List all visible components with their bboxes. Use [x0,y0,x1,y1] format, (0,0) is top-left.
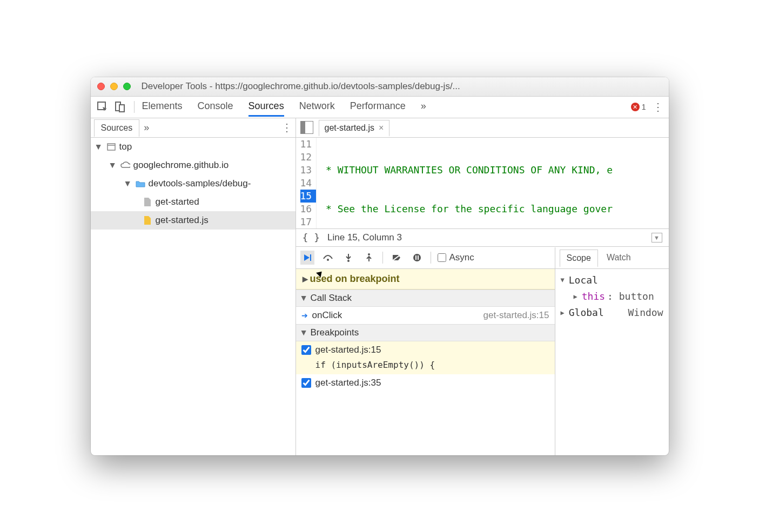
callstack-frame[interactable]: ➔ onClick get-started.js:15 [296,307,555,324]
error-count: 1 [642,103,646,111]
pretty-print-icon[interactable]: { } [303,232,320,243]
svg-point-7 [347,260,350,262]
tree-file-html[interactable]: get-started [91,193,295,211]
debugger-split: Async ▶ used on breakpoint ▶ Call Stack … [296,247,669,455]
scope-value: : button [607,288,654,305]
document-icon [143,197,152,207]
breakpoint-checkbox[interactable] [301,378,311,388]
tab-console[interactable]: Console [198,97,233,117]
line-number[interactable]: 16 [300,203,312,216]
breakpoint-row[interactable]: get-started.js:35 [296,374,555,392]
editor-statusbar: { } Line 15, Column 3 ▼ [296,228,669,247]
async-checkbox[interactable]: Async [438,252,474,263]
tree-label: top [119,142,132,152]
line-number[interactable]: 11 [300,138,312,151]
expand-icon: ▶ [109,163,116,167]
tab-watch[interactable]: Watch [600,250,637,266]
deactivate-breakpoints-button[interactable] [389,251,404,265]
breakpoint-snippet: if (inputsAreEmpty()) { [296,359,555,374]
line-number-current[interactable]: 15 [300,190,317,203]
main-splitview: Sources » ⋮ ▶ top ▶ googlechrome.github.… [91,118,669,455]
svg-point-10 [413,254,421,261]
statusbar-dropdown[interactable]: ▼ [651,233,662,243]
scope-value: Window [628,305,663,321]
line-number[interactable]: 17 [300,216,312,228]
breakpoint-label: get-started.js:35 [315,378,381,388]
tree-folder[interactable]: ▶ devtools-samples/debug- [91,174,295,193]
navigator-pane: Sources » ⋮ ▶ top ▶ googlechrome.github.… [91,118,296,455]
tab-elements[interactable]: Elements [142,97,183,117]
toggle-navigator-icon[interactable] [300,121,313,134]
breakpoint-row[interactable]: get-started.js:15 [296,341,555,359]
script-icon [143,216,152,225]
source-text[interactable]: * WITHOUT WARRANTIES OR CONDITIONS OF AN… [317,138,668,228]
scope-pane: Scope Watch ▶ Local ▶ this: button [555,247,669,455]
frame-function: onClick [312,310,342,321]
error-badge[interactable]: ✕ 1 [631,103,646,111]
scope-tabs: Scope Watch [555,247,669,269]
svg-rect-2 [119,105,124,112]
tree-label: get-started [156,197,199,207]
step-into-button[interactable] [341,251,355,265]
expand-icon: ▶ [554,278,570,282]
scope-this[interactable]: ▶ this: button [561,288,663,305]
navigator-more-tabs[interactable]: » [144,122,149,133]
svg-rect-5 [310,254,311,261]
tree-top-frame[interactable]: ▶ top [91,138,295,156]
svg-rect-11 [415,255,417,260]
debugger-toolbar: Async [296,247,555,269]
folder-icon [136,179,145,188]
traffic-lights [97,83,131,90]
line-number[interactable]: 13 [300,164,312,177]
tab-sources[interactable]: Sources [248,97,284,117]
tree-domain[interactable]: ▶ googlechrome.github.io [91,156,295,174]
inspect-element-icon[interactable] [96,100,109,113]
breakpoint-label: get-started.js:15 [315,345,381,355]
scope-local[interactable]: ▶ Local [561,272,663,288]
paused-banner[interactable]: ▶ used on breakpoint [296,269,555,289]
step-over-button[interactable] [321,251,335,265]
expand-icon: ▶ [95,144,102,149]
step-out-button[interactable] [362,251,376,265]
svg-rect-3 [108,144,115,150]
device-toolbar-icon[interactable] [113,100,126,113]
code-editor[interactable]: 11 12 13 14 15 16 17 * WITHOUT WARRANTIE… [296,138,669,228]
close-window-button[interactable] [97,83,105,90]
paused-text: used on breakpoint [310,273,400,285]
file-tree: ▶ top ▶ googlechrome.github.io ▶ devtool… [91,138,295,455]
scope-global[interactable]: ▶ Global Window [561,305,663,321]
resume-button[interactable] [300,251,314,265]
expand-icon: ▶ [561,305,565,321]
navigator-tab-sources[interactable]: Sources [94,119,140,137]
close-icon[interactable]: × [379,123,384,133]
tab-more[interactable]: » [421,97,426,117]
navigator-menu-icon[interactable]: ⋮ [281,121,292,134]
tab-performance[interactable]: Performance [350,97,406,117]
file-tab-label: get-started.js [325,123,374,133]
tree-file-js[interactable]: get-started.js [91,211,295,230]
window-titlebar: Developer Tools - https://googlechrome.g… [91,77,669,97]
async-checkbox-input[interactable] [438,253,446,262]
breakpoints-title: Breakpoints [311,327,359,338]
line-gutter[interactable]: 11 12 13 14 15 16 17 [296,138,317,228]
line-number[interactable]: 14 [300,177,312,190]
minimize-window-button[interactable] [110,83,118,90]
pause-exceptions-button[interactable] [410,251,424,265]
settings-menu-icon[interactable]: ⋮ [653,100,663,113]
zoom-window-button[interactable] [123,83,131,90]
frame-location: get-started.js:15 [483,310,549,321]
toolbar-separator [382,252,383,264]
tab-network[interactable]: Network [299,97,335,117]
breakpoints-header[interactable]: ▶ Breakpoints [296,324,555,341]
editor-pane: get-started.js × 11 12 13 14 15 16 17 * … [296,118,669,455]
svg-point-8 [368,253,370,255]
expand-icon: ▶ [574,288,577,305]
main-toolbar: Elements Console Sources Network Perform… [91,97,669,118]
editor-file-tab[interactable]: get-started.js × [319,120,390,137]
breakpoint-checkbox[interactable] [301,345,311,355]
code-line: * See the License for the specific langu… [320,203,613,214]
scope-tree: ▶ Local ▶ this: button ▶ Global Window [555,269,669,455]
tab-scope[interactable]: Scope [560,250,598,267]
callstack-header[interactable]: ▶ Call Stack [296,289,555,307]
line-number[interactable]: 12 [300,151,312,164]
